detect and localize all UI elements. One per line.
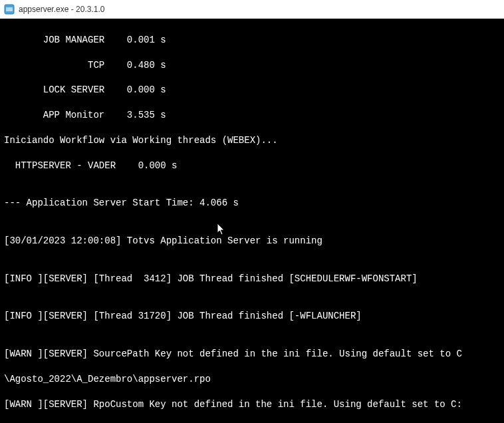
log-line: LOCK SERVER 0.000 s (4, 84, 500, 96)
window-title: appserver.exe - 20.3.1.0 (19, 5, 104, 14)
app-icon (4, 4, 15, 15)
log-line: JOB MANAGER 0.001 s (4, 34, 500, 47)
log-line: HTTPSERVER - VADER 0.000 s (4, 160, 500, 172)
title-bar[interactable]: appserver.exe - 20.3.1.0 (0, 0, 504, 19)
log-line: APP Monitor 3.535 s (4, 109, 500, 122)
log-line: --- Application Server Start Time: 4.066… (4, 197, 500, 210)
log-line: [WARN ][SERVER] SourcePath Key not defin… (4, 348, 500, 360)
log-line: TCP 0.480 s (4, 59, 500, 72)
log-line: Iniciando Workflow via Working threads (… (4, 134, 500, 147)
log-line: [INFO ][SERVER] [Thread 3412] JOB Thread… (4, 273, 500, 285)
log-line: [INFO ][SERVER] [Thread 31720] JOB Threa… (4, 310, 500, 323)
svg-rect-1 (6, 7, 13, 11)
console-output: JOB MANAGER 0.001 s TCP 0.480 s LOCK SER… (0, 19, 504, 423)
log-line: [WARN ][SERVER] RpoCustom Key not define… (4, 398, 500, 411)
log-line: \Agosto_2022\A_Dezembro\appserver.rpo (4, 373, 500, 386)
mouse-cursor-icon (194, 210, 203, 223)
log-line: [30/01/2023 12:00:08] Totvs Application … (4, 235, 500, 247)
